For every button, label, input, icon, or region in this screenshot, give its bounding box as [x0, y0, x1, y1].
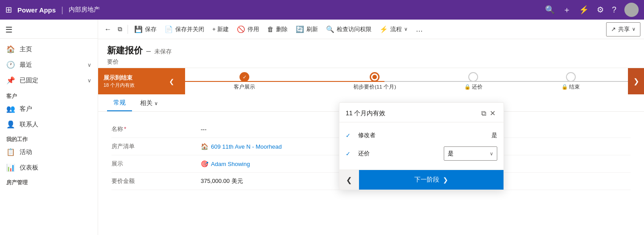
stage-node-1[interactable]: ✓ 客户展示	[234, 72, 255, 90]
popup-title: 11 个月内有效	[346, 109, 479, 118]
sidebar-group-mywork: 我的工作	[0, 132, 98, 144]
close-icon[interactable]: ✕	[488, 107, 497, 119]
share-chevron-icon: ∨	[632, 26, 636, 32]
tab-related-chevron-icon: ∨	[154, 101, 158, 106]
nav-divider: |	[61, 5, 63, 15]
check-access-label: 检查访问权限	[337, 25, 372, 33]
search-icon[interactable]: 🔍	[545, 5, 555, 15]
top-nav: ⊞ Power Apps | 内部房地产 🔍 ＋ ⚡ ⚙ ?	[0, 0, 644, 20]
stage-node-2[interactable]: 初步要价(11 个月)	[353, 72, 396, 90]
hamburger-icon[interactable]: ☰	[5, 25, 12, 35]
stage-label-2: 初步要价(11 个月)	[353, 84, 396, 90]
sidebar-item-recent-label: 最近	[20, 61, 83, 69]
save-close-button[interactable]: 📄 保存并关闭	[161, 22, 208, 36]
tab-related[interactable]: 相关 ∨	[134, 95, 164, 111]
sidebar-top-row: ☰	[0, 21, 98, 39]
chevron-down-icon-2: ∨	[87, 77, 91, 84]
refresh-icon: 🔄	[296, 25, 304, 33]
showing-link-text[interactable]: Adam Showing	[211, 161, 250, 167]
delete-button[interactable]: 🗑 删除	[264, 22, 291, 36]
required-indicator: *	[124, 126, 126, 132]
process-stages-right: ✓ 客户展示 初步要价(11 个月) 🔒 还价	[185, 68, 628, 94]
popup-field-value-modifier: 是	[491, 131, 497, 139]
popup-next-button[interactable]: 下一阶段 ❯	[359, 170, 504, 190]
share-label: 共享	[618, 25, 630, 33]
sidebar-item-pinned[interactable]: 📌 已固定 ∨	[0, 73, 98, 88]
stage-node-3[interactable]: 🔒 还价	[464, 72, 483, 90]
new-button[interactable]: + 新建	[209, 22, 232, 36]
check-icon-counteroffer: ✓	[346, 150, 355, 157]
flow-button[interactable]: ⚡ 流程 ∨	[376, 22, 411, 36]
sidebar-group-customers: 客户	[0, 89, 98, 101]
popup-field-counteroffer: ✓ 还价 是 ∨	[346, 143, 497, 164]
avatar[interactable]	[624, 3, 639, 17]
share-icon: ↗	[611, 26, 616, 32]
help-icon[interactable]: ?	[612, 5, 616, 15]
popup-prev-button[interactable]: ❮	[339, 170, 359, 190]
sidebar-item-dashboard[interactable]: 📊 仪表板	[0, 160, 98, 175]
process-bar: 展示到结束 18 个月内有效 ❮ ✓ 客户展示	[98, 68, 644, 94]
save-icon: 💾	[134, 25, 143, 33]
next-label: 下一阶段	[414, 176, 439, 184]
back-button[interactable]: ←	[102, 25, 114, 33]
sidebar-item-contacts[interactable]: 👤 联系人	[0, 117, 98, 132]
stage-nav-left-icon[interactable]: ❮	[165, 78, 178, 85]
activities-icon: 📋	[6, 148, 15, 156]
check-access-icon: 🔍	[326, 25, 334, 33]
add-icon[interactable]: ＋	[563, 4, 571, 15]
customers-icon: 👥	[6, 105, 15, 113]
popup-field-label-counteroffer: 还价	[358, 150, 440, 158]
sidebar-item-recent[interactable]: 🕐 最近 ∨	[0, 57, 98, 73]
page-tag: 要价	[107, 58, 119, 65]
stage-circle-3	[468, 72, 478, 82]
showing-icon: 🎯	[201, 160, 208, 167]
stage-circle-2	[370, 72, 380, 82]
save-button[interactable]: 💾 保存	[131, 22, 160, 36]
property-link-text[interactable]: 609 11th Ave N - Moorhead	[211, 143, 282, 150]
nav-right-icon: ❯	[633, 77, 639, 85]
filter-icon[interactable]: ⚡	[579, 5, 589, 15]
popup-header: 11 个月内有效 ⧉ ✕	[339, 103, 504, 122]
dashboard-icon: 📊	[6, 163, 15, 172]
stage-circle-4	[566, 72, 576, 82]
popup-footer: ❮ 下一阶段 ❯	[339, 170, 504, 190]
field-value-price[interactable]: 375,000.00 美元	[201, 177, 243, 185]
field-value-showing[interactable]: 🎯 Adam Showing	[201, 160, 250, 167]
sidebar-item-home[interactable]: 🏠 主页	[0, 41, 98, 57]
refresh-button[interactable]: 🔄 刷新	[292, 22, 322, 36]
process-nav-right-button[interactable]: ❯	[628, 68, 644, 94]
active-stage[interactable]: 展示到结束 18 个月内有效 ❮	[98, 68, 185, 94]
stage-label-3: 🔒 还价	[464, 84, 483, 90]
sidebar-item-activities[interactable]: 📋 活动	[0, 144, 98, 160]
settings-icon[interactable]: ⚙	[597, 5, 604, 15]
sidebar-item-home-label: 主页	[20, 45, 91, 53]
sidebar-group-property: 房产管理	[0, 175, 98, 187]
pinned-icon: 📌	[6, 76, 15, 85]
stage-node-4[interactable]: 🔒 结束	[561, 72, 580, 90]
sidebar-top-section: 🏠 主页 🕐 最近 ∨ 📌 已固定 ∨	[0, 41, 98, 89]
sidebar-item-activities-label: 活动	[20, 148, 91, 156]
field-value-property[interactable]: 🏠 609 11th Ave N - Moorhead	[201, 143, 282, 150]
chevron-down-icon: ∨	[87, 62, 91, 68]
disable-button[interactable]: 🚫 停用	[233, 22, 263, 36]
tab-general[interactable]: 常规	[107, 94, 132, 111]
counteroffer-select[interactable]: 是 ∨	[444, 146, 497, 161]
sidebar: ☰ 🏠 主页 🕐 最近 ∨ 📌 已固定 ∨ 客户 👥 客户	[0, 20, 98, 235]
active-stage-content: 展示到结束 18 个月内有效	[103, 74, 165, 89]
prev-icon: ❮	[346, 176, 352, 184]
select-chevron-icon: ∨	[490, 151, 493, 157]
more-button[interactable]: …	[412, 25, 426, 33]
expand-icon[interactable]: ⧉	[479, 108, 488, 119]
flow-icon: ⚡	[380, 25, 388, 33]
page-title: 新建报价	[107, 45, 143, 57]
save-close-label: 保存并关闭	[175, 25, 204, 33]
delete-label: 删除	[276, 25, 288, 33]
app-name: 内部房地产	[69, 6, 100, 14]
share-button[interactable]: ↗ 共享 ∨	[606, 22, 640, 36]
check-access-button[interactable]: 🔍 检查访问权限	[322, 22, 375, 36]
contacts-icon: 👤	[6, 120, 15, 129]
waffle-icon[interactable]: ⊞	[5, 5, 12, 15]
restore-button[interactable]: ⧉	[115, 25, 125, 33]
sidebar-item-customers[interactable]: 👥 客户	[0, 101, 98, 117]
field-value-name[interactable]: ---	[201, 126, 206, 133]
